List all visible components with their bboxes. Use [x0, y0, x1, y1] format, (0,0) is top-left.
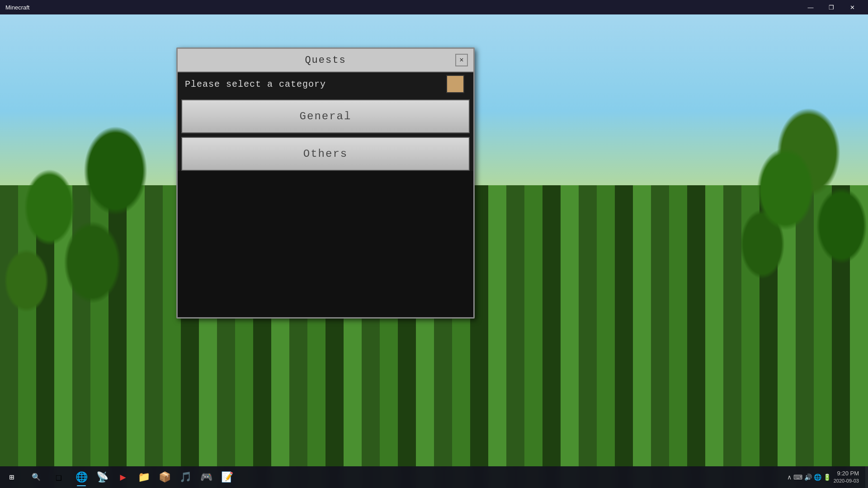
tray-chevron[interactable]: ∧ [787, 474, 792, 481]
taskbar: ⊞ 🔍 ❑ 🌐 📡 ▶ 📁 📦 🎵 🎮 📝 ∧ ⌨ 🔊 🌐 🔋 9:20 PM … [0, 466, 868, 488]
category-others-label: Others [303, 148, 348, 160]
category-others-button[interactable]: Others [181, 137, 470, 171]
minimize-button[interactable]: — [800, 0, 821, 14]
taskbar-app-filezilla[interactable]: 📡 [92, 467, 112, 487]
empty-list-area [178, 171, 473, 317]
category-general-label: General [300, 110, 352, 122]
taskbar-app-spotify[interactable]: 🎵 [175, 467, 195, 487]
steve-head-decoration [446, 75, 464, 93]
tray-battery[interactable]: 🔋 [823, 474, 831, 481]
tray-speaker[interactable]: 🔊 [804, 474, 812, 481]
taskbar-apps: 🌐 📡 ▶ 📁 📦 🎵 🎮 📝 [70, 467, 781, 487]
tray-time: 9:20 PM [834, 470, 859, 478]
tray-network[interactable]: 🌐 [814, 474, 821, 481]
taskbar-app-media[interactable]: ▶ [113, 467, 133, 487]
tray-clock[interactable]: 9:20 PM 2020-09-03 [834, 470, 859, 484]
taskbar-tray: ∧ ⌨ 🔊 🌐 🔋 9:20 PM 2020-09-03 [782, 470, 864, 484]
taskbar-app-explorer[interactable]: 📁 [134, 467, 154, 487]
taskbar-task-view[interactable]: ❑ [49, 467, 69, 487]
taskbar-app-edge[interactable]: 🌐 [71, 467, 91, 487]
dialog-titlebar: Quests × [178, 49, 473, 72]
taskbar-app-minecraft[interactable]: 📦 [155, 467, 175, 487]
dialog-close-button[interactable]: × [455, 54, 468, 66]
trees-right [538, 24, 868, 390]
dialog-content: Please select a category General Others [178, 72, 473, 317]
restore-button[interactable]: ❐ [821, 0, 842, 14]
prompt-text: Please select a category [185, 79, 326, 89]
start-button[interactable]: ⊞ [0, 466, 24, 488]
category-general-button[interactable]: General [181, 99, 470, 133]
taskbar-search-button[interactable]: 🔍 [24, 466, 48, 488]
prompt-bar: Please select a category [178, 72, 473, 96]
window-close-button[interactable]: ✕ [842, 0, 863, 14]
show-desktop-button[interactable] [865, 466, 868, 488]
tray-keyboard[interactable]: ⌨ [793, 474, 802, 481]
taskbar-app-notes[interactable]: 📝 [217, 467, 237, 487]
window-titlebar: Minecraft — ❐ ✕ [0, 0, 868, 14]
taskbar-app-game[interactable]: 🎮 [196, 467, 216, 487]
quests-dialog: Quests × Please select a category Genera… [176, 47, 475, 319]
tray-date: 2020-09-03 [834, 478, 859, 484]
window-title: Minecraft [5, 4, 29, 11]
category-list: General Others [178, 96, 473, 317]
window-controls: — ❐ ✕ [800, 0, 863, 14]
tray-icons: ∧ ⌨ 🔊 🌐 🔋 [787, 474, 831, 481]
dialog-title: Quests [305, 55, 346, 66]
